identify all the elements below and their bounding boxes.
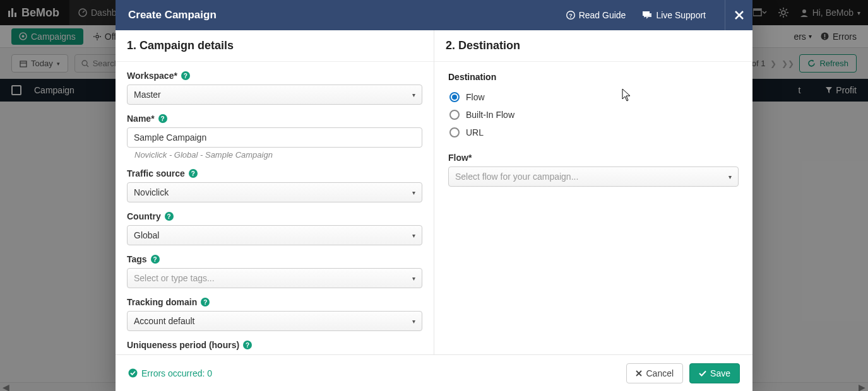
workspace-label: Workspace* <box>127 71 177 81</box>
read-guide-label: Read Guide <box>579 10 626 20</box>
campaign-form-scroll[interactable]: Workspace* ? Master ▾ Name* ? Noviclick … <box>116 62 434 354</box>
svg-text:?: ? <box>569 13 573 19</box>
radio-url-label: URL <box>466 127 484 137</box>
question-icon: ? <box>566 11 575 20</box>
read-guide-link[interactable]: ? Read Guide <box>566 10 626 20</box>
traffic-source-select[interactable]: Noviclick ▾ <box>127 182 422 202</box>
chevron-down-icon: ▾ <box>412 91 415 98</box>
destination-radio-url[interactable]: URL <box>448 124 739 141</box>
create-campaign-modal: Create Campaign ? Read Guide Live Suppor… <box>116 0 752 391</box>
help-icon[interactable]: ? <box>151 255 160 264</box>
traffic-source-label: Traffic source <box>127 168 185 178</box>
country-value: Global <box>134 230 159 240</box>
chevron-down-icon: ▾ <box>412 189 415 196</box>
svg-point-34 <box>129 369 138 378</box>
help-icon[interactable]: ? <box>243 341 252 349</box>
name-label: Name* <box>127 114 155 124</box>
workspace-select[interactable]: Master ▾ <box>127 85 422 105</box>
check-circle-icon <box>128 368 138 378</box>
save-button[interactable]: Save <box>689 363 740 383</box>
live-support-label: Live Support <box>656 10 706 20</box>
country-label: Country <box>127 211 161 221</box>
chevron-down-icon: ▾ <box>412 275 415 282</box>
chevron-down-icon: ▾ <box>412 318 415 325</box>
help-icon[interactable]: ? <box>201 298 210 306</box>
workspace-value: Master <box>134 90 161 100</box>
close-icon <box>636 370 642 376</box>
errors-text: Errors occurred: 0 <box>141 368 212 378</box>
chat-icon <box>642 11 652 20</box>
destination-radio-flow[interactable]: Flow <box>448 88 739 106</box>
modal-header: Create Campaign ? Read Guide Live Suppor… <box>116 0 752 30</box>
chevron-down-icon: ▾ <box>728 173 732 180</box>
errors-status: Errors occurred: 0 <box>128 368 212 378</box>
radio-flow-label: Flow <box>466 92 485 102</box>
tags-label: Tags <box>127 254 147 264</box>
radio-builtin-label: Built-In Flow <box>466 110 514 120</box>
section-2-title: 2. Destination <box>434 30 752 62</box>
close-button[interactable] <box>725 0 752 30</box>
name-input[interactable] <box>127 127 422 148</box>
tags-placeholder: Select or type tags... <box>134 273 215 283</box>
destination-radio-builtin[interactable]: Built-In Flow <box>448 106 739 124</box>
name-preview: Noviclick - Global - Sample Campaign <box>127 148 422 160</box>
close-icon <box>734 10 744 20</box>
radio-icon <box>449 110 460 120</box>
check-icon <box>699 370 706 376</box>
cancel-button[interactable]: Cancel <box>626 363 683 383</box>
cancel-label: Cancel <box>646 368 674 378</box>
chevron-down-icon: ▾ <box>412 232 415 239</box>
tracking-domain-label: Tracking domain <box>127 297 197 307</box>
help-icon[interactable]: ? <box>158 114 167 123</box>
flow-select-label: Flow* <box>448 153 472 163</box>
tags-select[interactable]: Select or type tags... ▾ <box>127 268 422 288</box>
modal-title: Create Campaign <box>128 9 217 21</box>
help-icon[interactable]: ? <box>165 212 174 221</box>
radio-icon <box>449 127 460 137</box>
destination-header: Destination <box>448 72 739 82</box>
flow-select[interactable]: Select flow for your campaign... ▾ <box>448 166 739 187</box>
flow-placeholder: Select flow for your campaign... <box>455 172 578 182</box>
modal-footer: Errors occurred: 0 Cancel Save <box>116 354 752 391</box>
uniqueness-label: Uniqueness period (hours) <box>127 340 239 350</box>
tracking-domain-select[interactable]: Account default ▾ <box>127 311 422 331</box>
traffic-source-value: Noviclick <box>134 187 169 197</box>
section-1-title: 1. Campaign details <box>116 30 434 62</box>
live-support-link[interactable]: Live Support <box>642 10 706 20</box>
radio-icon <box>449 92 460 102</box>
save-label: Save <box>710 368 730 378</box>
help-icon[interactable]: ? <box>181 71 190 80</box>
tracking-domain-value: Account default <box>134 316 195 326</box>
country-select[interactable]: Global ▾ <box>127 225 422 245</box>
help-icon[interactable]: ? <box>189 169 198 178</box>
